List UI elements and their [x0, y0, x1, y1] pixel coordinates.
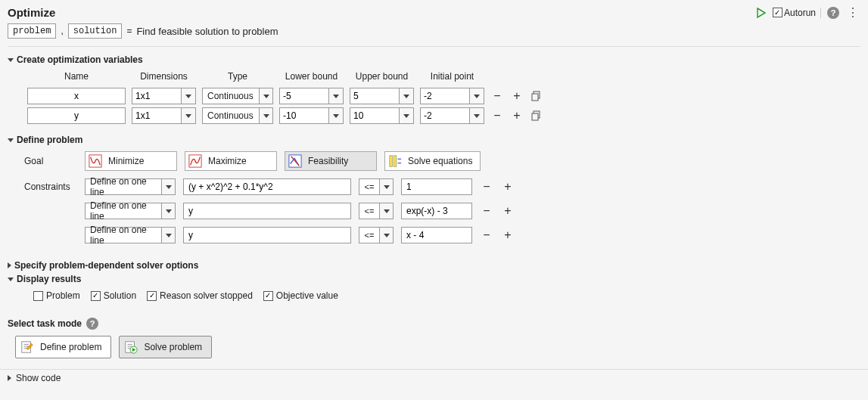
goal-minimize-button[interactable]: Minimize: [85, 151, 177, 171]
chevron-down-icon: [8, 278, 14, 281]
section-problem-title: Define problem: [17, 135, 82, 145]
section-variables-header[interactable]: Create optimization variables: [8, 54, 860, 65]
var-dims-input[interactable]: [132, 107, 196, 124]
separator: [8, 46, 860, 47]
remove-constraint-icon[interactable]: −: [480, 228, 493, 242]
variables-table: Name Dimensions Type Lower bound Upper b…: [24, 71, 546, 126]
help-icon[interactable]: ?: [86, 318, 98, 330]
add-row-icon[interactable]: +: [510, 89, 524, 103]
section-solver-title: Specify problem-dependent solver options: [14, 260, 198, 271]
copy-row-icon[interactable]: [530, 109, 543, 122]
checkbox-icon[interactable]: [33, 291, 43, 301]
page-title: Optimize: [8, 6, 55, 19]
output-problem[interactable]: problem: [8, 23, 56, 39]
svg-rect-10: [394, 156, 397, 166]
var-ub-input[interactable]: [350, 107, 414, 124]
col-ip: Initial point: [417, 71, 487, 86]
copy-row-icon[interactable]: [530, 89, 543, 103]
task-mode-section: Select task mode ? Define problem Solve …: [8, 310, 860, 358]
var-ub-input[interactable]: [350, 88, 414, 104]
solve-problem-button[interactable]: Solve problem: [119, 336, 212, 358]
constraint-row: Constraints Define on one line <= − +: [24, 178, 860, 195]
show-code-toggle[interactable]: Show code: [0, 369, 868, 386]
constraint-rhs-input[interactable]: [401, 203, 472, 219]
add-row-icon[interactable]: +: [510, 109, 524, 122]
add-constraint-icon[interactable]: +: [501, 228, 515, 242]
task-mode-label: Select task mode: [8, 318, 82, 329]
constraint-mode-select[interactable]: Define on one line: [85, 227, 176, 243]
var-type-select[interactable]: Continuous: [202, 88, 273, 104]
col-lb: Lower bound: [276, 71, 347, 86]
var-type-select[interactable]: Continuous: [202, 107, 273, 124]
autorun-checkbox[interactable]: ✓: [773, 8, 782, 17]
goal-solve-button[interactable]: Solve equations: [384, 151, 481, 171]
remove-row-icon[interactable]: −: [490, 109, 504, 122]
section-display-results: Display results Problem ✓ Solution ✓ Rea…: [8, 274, 860, 307]
equals: =: [126, 26, 132, 36]
var-lb-input[interactable]: [279, 107, 344, 124]
constraint-expr-input[interactable]: [183, 227, 351, 243]
svg-rect-2: [532, 94, 538, 101]
remove-row-icon[interactable]: −: [490, 89, 504, 103]
section-variables-title: Create optimization variables: [17, 54, 143, 65]
more-menu-icon[interactable]: ⋮: [845, 7, 860, 19]
constraint-expr-input[interactable]: [183, 203, 351, 219]
col-ub: Upper bound: [347, 71, 417, 86]
svg-rect-4: [532, 113, 538, 120]
help-icon[interactable]: ?: [827, 7, 839, 19]
checkbox-icon[interactable]: ✓: [91, 291, 101, 301]
display-solution-checkbox[interactable]: ✓ Solution: [91, 290, 136, 301]
add-constraint-icon[interactable]: +: [501, 180, 515, 194]
table-header-row: Name Dimensions Type Lower bound Upper b…: [24, 71, 546, 86]
constraint-rhs-input[interactable]: [401, 227, 472, 243]
goal-maximize-button[interactable]: Maximize: [185, 151, 277, 171]
checkbox-icon[interactable]: ✓: [263, 291, 273, 301]
constraints-label: Constraints: [24, 181, 77, 192]
section-problem-header[interactable]: Define problem: [8, 135, 860, 145]
display-problem-checkbox[interactable]: Problem: [33, 290, 80, 301]
checkbox-icon[interactable]: ✓: [147, 291, 157, 301]
var-name-input[interactable]: [27, 88, 126, 104]
chevron-right-icon: [8, 375, 11, 381]
constraint-row: Define on one line <= − +: [24, 203, 860, 219]
section-solver-header[interactable]: Specify problem-dependent solver options: [8, 260, 860, 271]
constraint-row: Define on one line <= − +: [24, 227, 860, 243]
display-reason-checkbox[interactable]: ✓ Reason solver stopped: [147, 290, 253, 301]
constraint-mode-select[interactable]: Define on one line: [85, 178, 176, 195]
section-variables: Create optimization variables Name Dimen…: [8, 54, 860, 132]
section-display-header[interactable]: Display results: [8, 274, 860, 284]
var-lb-input[interactable]: [279, 88, 344, 104]
chevron-down-icon: [8, 138, 14, 142]
comma: ,: [61, 26, 63, 36]
autorun-toggle[interactable]: ✓ Autorun: [773, 8, 821, 18]
signature-row: problem , solution = Find feasible solut…: [8, 23, 860, 39]
display-objective-checkbox[interactable]: ✓ Objective value: [263, 290, 338, 301]
remove-constraint-icon[interactable]: −: [480, 204, 493, 218]
autorun-label: Autorun: [784, 8, 816, 18]
constraint-mode-select[interactable]: Define on one line: [85, 203, 176, 219]
constraint-op-select[interactable]: <=: [359, 178, 394, 195]
display-options-row: Problem ✓ Solution ✓ Reason solver stopp…: [24, 290, 860, 301]
svg-rect-9: [390, 156, 393, 166]
remove-constraint-icon[interactable]: −: [480, 180, 493, 194]
var-ip-input[interactable]: [420, 88, 484, 104]
constraint-expr-input[interactable]: [183, 178, 351, 195]
variable-row: Continuous − +: [24, 86, 546, 106]
goal-label: Goal: [24, 156, 77, 166]
define-problem-button[interactable]: Define problem: [15, 336, 111, 358]
task-description: Find feasible solution to problem: [136, 26, 278, 37]
add-constraint-icon[interactable]: +: [501, 204, 515, 218]
constraint-op-select[interactable]: <=: [359, 227, 394, 243]
var-dims-input[interactable]: [132, 88, 196, 104]
goal-row: Goal Minimize Maximize Feasibility Solve…: [24, 151, 860, 171]
section-solver-options: Specify problem-dependent solver options: [8, 260, 860, 271]
var-name-input[interactable]: [27, 107, 126, 124]
var-ip-input[interactable]: [420, 107, 484, 124]
constraint-op-select[interactable]: <=: [359, 203, 394, 219]
constraint-rhs-input[interactable]: [401, 178, 472, 195]
chevron-down-icon: [8, 58, 14, 62]
goal-feasibility-button[interactable]: Feasibility: [285, 151, 377, 171]
output-solution[interactable]: solution: [68, 23, 123, 39]
run-icon[interactable]: [756, 8, 767, 18]
col-type: Type: [199, 71, 276, 86]
